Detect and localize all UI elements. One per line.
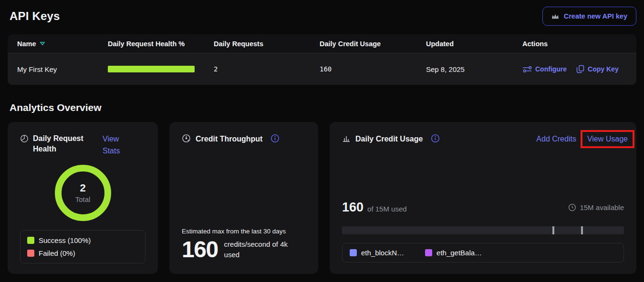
analytics-cards: Daily Request Health View Stats 2 Total … <box>8 122 636 274</box>
credit-throughput-card: Credit Throughput Estimated max from the… <box>169 122 318 274</box>
copy-key-button[interactable]: Copy Key <box>576 65 619 73</box>
legend-item-eth-getbalance: eth_getBala… <box>425 249 482 257</box>
usage-available: 15M available <box>568 203 624 212</box>
donut-total-value: 2 <box>80 182 85 194</box>
usage-summary-row: 160 of 15M used 15M available <box>342 200 624 215</box>
column-header-actions: Actions <box>522 40 627 48</box>
topbar: API Keys Create new API key <box>10 7 636 26</box>
card-header: Credit Throughput <box>182 133 306 145</box>
throughput-unit: credits/second of 4k used <box>224 239 300 261</box>
create-api-key-label: Create new API key <box>564 12 627 20</box>
sliders-icon <box>522 66 532 73</box>
view-stats-link[interactable]: View Stats <box>103 133 127 157</box>
create-api-key-button[interactable]: Create new API key <box>542 7 636 26</box>
card-title: Daily Request Health <box>33 133 86 154</box>
column-header-updated: Updated <box>426 40 522 48</box>
info-icon[interactable] <box>270 134 280 145</box>
legend-item-success: Success (100%) <box>27 236 138 244</box>
info-icon[interactable] <box>431 134 440 145</box>
card-title: Daily Credit Usage <box>355 134 423 144</box>
sort-chevron-icon[interactable] <box>40 41 45 46</box>
throughput-caption: Estimated max from the last 30 days <box>182 228 306 235</box>
eth-getbalance-swatch <box>425 249 432 256</box>
health-bar-fill <box>108 66 195 72</box>
column-header-daily-credit-usage: Daily Credit Usage <box>320 40 426 48</box>
page-title: API Keys <box>10 10 60 23</box>
api-keys-table: Name Daily Request Health % Daily Reques… <box>8 34 636 85</box>
card-title: Credit Throughput <box>196 134 262 144</box>
daily-request-health-card: Daily Request Health View Stats 2 Total … <box>8 122 158 274</box>
usage-legend: eth_blockN… eth_getBala… <box>342 243 624 262</box>
health-legend: Success (100%) Failed (0%) <box>20 230 145 263</box>
health-bar <box>108 66 195 72</box>
column-header-name[interactable]: Name <box>17 40 108 48</box>
eth-getbalance-label: eth_getBala… <box>436 249 482 257</box>
failed-label: Failed (0%) <box>39 249 75 257</box>
copy-icon <box>576 65 584 73</box>
success-swatch <box>27 237 34 244</box>
available-label: 15M available <box>580 203 624 212</box>
throughput-value: 160 <box>182 239 218 261</box>
clock-gauge-icon <box>568 203 576 212</box>
table-header-row: Name Daily Request Health % Daily Reques… <box>8 34 636 53</box>
configure-button[interactable]: Configure <box>522 65 567 73</box>
column-header-daily-requests: Daily Requests <box>214 40 320 48</box>
crown-icon <box>551 13 559 20</box>
donut-ring: 2 Total <box>55 165 111 221</box>
daily-requests-cell: 2 <box>214 65 320 73</box>
card-header: Daily Credit Usage Add Credits View Usag… <box>342 133 624 145</box>
actions-cell: Configure Copy Key <box>522 65 627 73</box>
updated-cell: Sep 8, 2025 <box>426 65 522 73</box>
credit-usage-progress-bar <box>342 226 624 234</box>
analytics-section-title: Analytics Overview <box>10 102 644 113</box>
failed-swatch <box>27 250 34 257</box>
pie-chart-icon <box>20 134 29 143</box>
key-name-cell: My First Key <box>17 65 108 73</box>
legend-item-eth-blocknumber: eth_blockN… <box>350 249 404 257</box>
usage-bar-marker <box>552 226 554 234</box>
configure-label: Configure <box>535 65 567 73</box>
column-name-label: Name <box>17 40 36 48</box>
donut-total-label: Total <box>75 195 91 203</box>
usage-bar-marker <box>581 226 583 234</box>
throughput-stat: 160 credits/second of 4k used <box>182 239 306 262</box>
card-header-links: Add Credits View Usage <box>536 135 624 143</box>
view-usage-link[interactable]: View Usage <box>587 135 628 143</box>
legend-item-failed: Failed (0%) <box>27 249 138 257</box>
card-header: Daily Request Health View Stats <box>20 133 145 157</box>
success-label: Success (100%) <box>39 236 91 244</box>
request-health-donut-chart: 2 Total <box>20 165 145 221</box>
usage-used-value: 160 <box>342 200 364 215</box>
copy-key-label: Copy Key <box>588 65 619 73</box>
daily-credit-usage-cell: 160 <box>320 65 426 73</box>
eth-blocknumber-label: eth_blockN… <box>361 249 404 257</box>
usage-used-suffix: of 15M used <box>367 205 407 213</box>
gauge-icon <box>182 134 191 145</box>
bar-chart-icon <box>342 134 351 144</box>
daily-credit-usage-card: Daily Credit Usage Add Credits View Usag… <box>330 122 636 274</box>
eth-blocknumber-swatch <box>350 249 357 256</box>
table-row: My First Key 2 160 Sep 8, 2025 Configure… <box>8 53 636 85</box>
add-credits-link[interactable]: Add Credits <box>536 135 576 143</box>
column-header-health: Daily Request Health % <box>108 40 214 48</box>
